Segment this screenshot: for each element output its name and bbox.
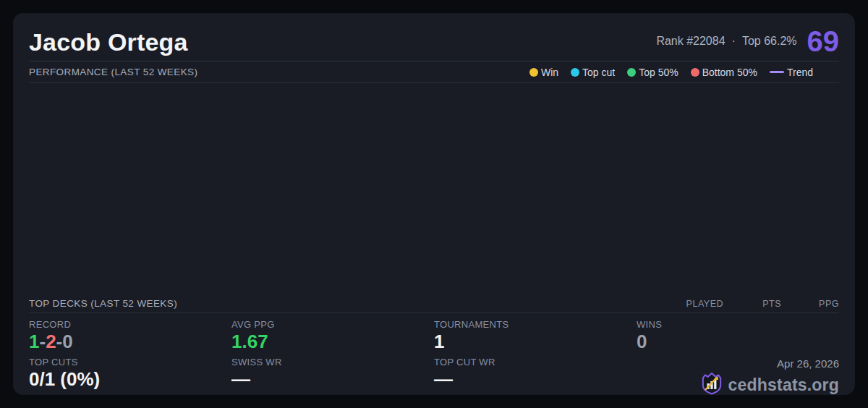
rank-line: Rank #22084 · Top 66.2% bbox=[656, 35, 796, 48]
top-decks-section-title: TOP DECKS (LAST 52 WEEKS) bbox=[29, 298, 177, 309]
stat-avg-ppg: AVG PPG 1.67 bbox=[231, 319, 434, 357]
record-value: 1-2-0 bbox=[29, 331, 231, 352]
top-50-dot-icon bbox=[627, 68, 636, 77]
legend-item: Top cut bbox=[571, 67, 615, 78]
tournaments-value: 1 bbox=[434, 331, 637, 352]
record-dash: - bbox=[56, 331, 63, 352]
player-name: Jacob Ortega bbox=[29, 29, 188, 56]
top-cuts-value: 0/1 (0%) bbox=[29, 369, 231, 390]
legend: WinTop cutTop 50%Bottom 50%Trend bbox=[529, 67, 839, 78]
stats-grid: RECORD 1-2-0 AVG PPG 1.67 TOURNAMENTS 1 … bbox=[29, 313, 839, 394]
performance-section-title: PERFORMANCE (LAST 52 WEEKS) bbox=[29, 67, 197, 77]
top-cut-dot-icon bbox=[571, 68, 579, 77]
column-header-pts: PTS bbox=[723, 299, 781, 309]
record-losses: 2 bbox=[46, 331, 56, 352]
cedhstats-logo-icon bbox=[700, 371, 723, 395]
player-score: 69 bbox=[807, 27, 840, 55]
trend-line-icon bbox=[770, 71, 784, 73]
stat-label: TOURNAMENTS bbox=[434, 319, 637, 330]
brand-name: cedhstats.org bbox=[728, 375, 839, 395]
legend-label: Trend bbox=[787, 67, 813, 78]
bottom-50-dot-icon bbox=[691, 68, 699, 77]
player-stats-card: Jacob Ortega Rank #22084 · Top 66.2% 69 … bbox=[13, 13, 855, 395]
legend-label: Top 50% bbox=[639, 67, 678, 78]
swiss-wr-value: — bbox=[231, 369, 434, 390]
stat-label: AVG PPG bbox=[231, 319, 434, 330]
stat-label: WINS bbox=[637, 319, 839, 330]
record-draws: 0 bbox=[62, 331, 72, 352]
column-header-ppg: PPG bbox=[781, 299, 839, 309]
win-dot-icon bbox=[529, 68, 538, 77]
legend-label: Win bbox=[541, 67, 558, 78]
column-header-played: PLAYED bbox=[665, 299, 723, 309]
footer-branding: Apr 26, 2026 cedhstats.org bbox=[637, 357, 839, 394]
legend-item: Win bbox=[529, 67, 558, 78]
top-cut-wr-value: — bbox=[434, 369, 637, 390]
stat-record: RECORD 1-2-0 bbox=[29, 319, 231, 357]
stat-wins: WINS 0 bbox=[637, 319, 839, 357]
stat-label: RECORD bbox=[29, 319, 231, 330]
wins-value: 0 bbox=[637, 331, 839, 352]
stat-swiss-wr: SWISS WR — bbox=[231, 357, 434, 394]
header-right: Rank #22084 · Top 66.2% 69 bbox=[656, 27, 839, 56]
stat-label: SWISS WR bbox=[231, 357, 434, 367]
rank-text: Rank #22084 bbox=[656, 35, 725, 48]
legend-item: Top 50% bbox=[627, 67, 678, 78]
top-percent-text: Top 66.2% bbox=[742, 35, 797, 48]
legend-item: Trend bbox=[770, 67, 813, 78]
brand-row[interactable]: cedhstats.org bbox=[700, 371, 839, 395]
stat-top-cut-wr: TOP CUT WR — bbox=[434, 357, 637, 394]
legend-label: Bottom 50% bbox=[702, 67, 757, 78]
card-header: Jacob Ortega Rank #22084 · Top 66.2% 69 bbox=[29, 13, 839, 61]
stat-tournaments: TOURNAMENTS 1 bbox=[434, 319, 637, 357]
top-decks-header-row: TOP DECKS (LAST 52 WEEKS) PLAYED PTS PPG bbox=[29, 294, 839, 313]
report-date: Apr 26, 2026 bbox=[777, 357, 839, 370]
stat-label: TOP CUT WR bbox=[434, 357, 637, 367]
performance-header-row: PERFORMANCE (LAST 52 WEEKS) WinTop cutTo… bbox=[29, 61, 839, 83]
performance-chart-area bbox=[29, 83, 839, 294]
record-dash: - bbox=[39, 331, 46, 352]
record-wins: 1 bbox=[29, 331, 39, 352]
rank-separator: · bbox=[732, 35, 736, 48]
legend-label: Top cut bbox=[582, 67, 615, 78]
top-decks-columns: PLAYED PTS PPG bbox=[665, 299, 839, 309]
avg-ppg-value: 1.67 bbox=[231, 331, 434, 352]
stat-label: TOP CUTS bbox=[29, 357, 231, 367]
stat-top-cuts: TOP CUTS 0/1 (0%) bbox=[29, 357, 231, 394]
legend-item: Bottom 50% bbox=[691, 67, 757, 78]
